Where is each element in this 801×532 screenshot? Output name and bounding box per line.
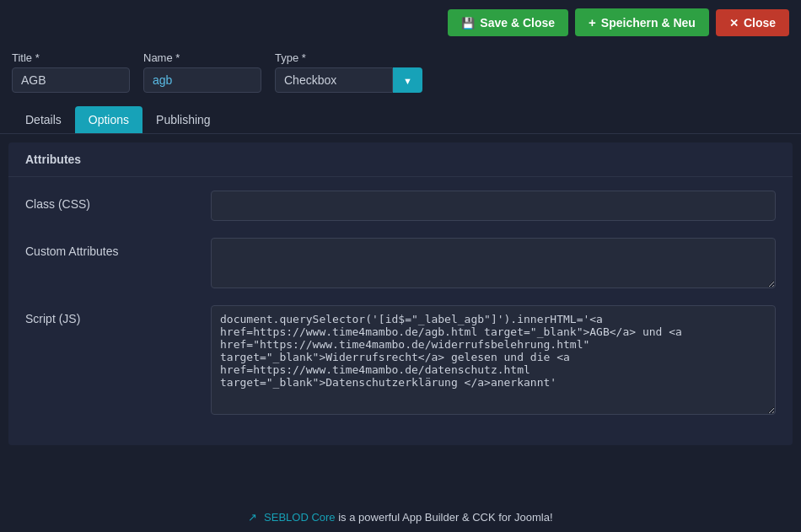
script-js-label: Script (JS) bbox=[25, 305, 211, 325]
close-label: Close bbox=[744, 16, 776, 30]
tab-publishing-label: Publishing bbox=[156, 113, 211, 126]
name-input[interactable] bbox=[143, 67, 261, 93]
script-js-input[interactable] bbox=[211, 305, 776, 415]
attributes-body: Class (CSS) Custom Attributes Script (JS… bbox=[8, 177, 793, 428]
title-label: Title * bbox=[12, 51, 130, 64]
custom-attrs-label: Custom Attributes bbox=[25, 238, 211, 258]
type-dropdown-button[interactable] bbox=[393, 67, 422, 93]
tab-publishing[interactable]: Publishing bbox=[142, 106, 224, 133]
class-css-label: Class (CSS) bbox=[25, 191, 211, 211]
tab-details[interactable]: Details bbox=[12, 106, 75, 133]
save-close-button[interactable]: Save & Close bbox=[448, 9, 568, 36]
footer-link-text: SEBLOD Core bbox=[264, 511, 336, 524]
save-icon bbox=[461, 16, 475, 30]
save-close-label: Save & Close bbox=[480, 16, 555, 30]
custom-attrs-input[interactable] bbox=[211, 238, 776, 288]
type-field-group: Type * bbox=[275, 51, 422, 93]
tab-details-label: Details bbox=[25, 113, 62, 126]
save-new-button[interactable]: Speichern & Neu bbox=[575, 8, 709, 36]
name-field-group: Name * bbox=[143, 51, 261, 93]
title-field-group: Title * bbox=[12, 51, 130, 93]
seblod-core-link[interactable]: SEBLOD Core bbox=[248, 511, 338, 524]
x-icon bbox=[729, 16, 739, 30]
title-input[interactable] bbox=[12, 67, 130, 93]
type-input[interactable] bbox=[275, 67, 393, 93]
tab-options-label: Options bbox=[89, 113, 129, 126]
attributes-header: Attributes bbox=[8, 142, 793, 177]
tab-bar: Details Options Publishing bbox=[0, 101, 801, 134]
name-label: Name * bbox=[143, 51, 261, 64]
chevron-down-icon bbox=[403, 73, 412, 87]
type-label: Type * bbox=[275, 51, 422, 64]
tab-options[interactable]: Options bbox=[75, 106, 142, 133]
class-css-row: Class (CSS) bbox=[25, 191, 776, 221]
save-new-label: Speichern & Neu bbox=[601, 16, 696, 30]
footer: SEBLOD Core is a powerful App Builder & … bbox=[0, 502, 801, 532]
custom-attrs-row: Custom Attributes bbox=[25, 238, 776, 288]
close-button[interactable]: Close bbox=[716, 9, 789, 36]
attributes-title: Attributes bbox=[25, 153, 81, 166]
type-wrapper bbox=[275, 67, 422, 93]
top-toolbar: Save & Close Speichern & Neu Close bbox=[0, 0, 801, 45]
class-css-input[interactable] bbox=[211, 191, 776, 221]
field-row: Title * Name * Type * bbox=[0, 45, 801, 101]
script-js-row: Script (JS) bbox=[25, 305, 776, 415]
content-panel: Attributes Class (CSS) Custom Attributes… bbox=[8, 142, 793, 445]
footer-suffix: is a powerful App Builder & CCK for Joom… bbox=[338, 511, 552, 524]
plus-icon bbox=[589, 15, 596, 30]
external-link-icon bbox=[248, 511, 257, 524]
